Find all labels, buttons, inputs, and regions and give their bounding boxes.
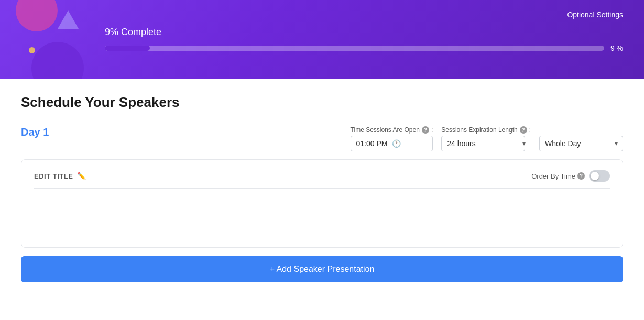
session-card: EDIT TITLE ✏️ Order By Time ? bbox=[21, 159, 623, 248]
day-header: Day 1 Time Sessions Are Open ? : 01:00 P… bbox=[21, 126, 623, 151]
clock-icon: 🕐 bbox=[392, 139, 401, 148]
whole-day-select-wrapper: Whole Day Half Day bbox=[539, 136, 623, 151]
order-by-time-toggle[interactable] bbox=[589, 170, 610, 182]
progress-bar-fill bbox=[105, 46, 150, 51]
header-banner: Optional Settings 9% Complete 9 % bbox=[0, 0, 644, 79]
dot-decoration bbox=[29, 47, 35, 53]
time-sessions-input[interactable]: 01:00 PM 🕐 bbox=[351, 136, 433, 151]
edit-title-text: EDIT TITLE bbox=[34, 172, 73, 180]
time-sessions-label: Time Sessions Are Open ? : bbox=[351, 126, 433, 134]
triangle-decoration bbox=[58, 10, 79, 29]
add-speaker-button[interactable]: + Add Speaker Presentation bbox=[21, 256, 623, 282]
session-body bbox=[34, 195, 610, 237]
progress-row: 9 % bbox=[105, 44, 623, 52]
edit-pencil-icon[interactable]: ✏️ bbox=[77, 172, 86, 180]
expiration-select[interactable]: 24 hours 12 hours 48 hours 72 hours bbox=[441, 136, 525, 151]
edit-title-row: EDIT TITLE ✏️ bbox=[34, 172, 86, 180]
whole-day-spacer bbox=[539, 126, 623, 134]
progress-label: 9% Complete bbox=[105, 27, 623, 38]
day-controls: Time Sessions Are Open ? : 01:00 PM 🕐 Se… bbox=[351, 126, 623, 151]
toggle-thumb bbox=[591, 172, 599, 180]
progress-bar-track bbox=[105, 46, 604, 51]
day-label: Day 1 bbox=[21, 126, 49, 138]
page-title: Schedule Your Speakers bbox=[21, 94, 623, 111]
session-card-header: EDIT TITLE ✏️ Order By Time ? bbox=[34, 170, 610, 189]
order-by-time-row: Order By Time ? bbox=[531, 170, 610, 182]
progress-percent-text: 9 % bbox=[610, 44, 623, 52]
time-sessions-group: Time Sessions Are Open ? : 01:00 PM 🕐 bbox=[351, 126, 433, 151]
whole-day-select[interactable]: Whole Day Half Day bbox=[539, 136, 623, 151]
expiration-info-icon[interactable]: ? bbox=[520, 126, 527, 134]
expiration-select-wrapper: 24 hours 12 hours 48 hours 72 hours bbox=[441, 136, 531, 151]
order-by-time-info-icon[interactable]: ? bbox=[577, 172, 585, 180]
order-by-time-label: Order By Time ? bbox=[531, 172, 585, 180]
time-sessions-info-icon[interactable]: ? bbox=[422, 126, 429, 134]
main-content: Schedule Your Speakers Day 1 Time Sessio… bbox=[0, 79, 644, 320]
whole-day-group: Whole Day Half Day bbox=[539, 126, 623, 151]
expiration-label: Sessions Expiration Length ? : bbox=[441, 126, 531, 134]
optional-settings-link[interactable]: Optional Settings bbox=[567, 10, 623, 19]
time-sessions-value: 01:00 PM bbox=[356, 139, 388, 148]
expiration-length-group: Sessions Expiration Length ? : 24 hours … bbox=[441, 126, 531, 151]
